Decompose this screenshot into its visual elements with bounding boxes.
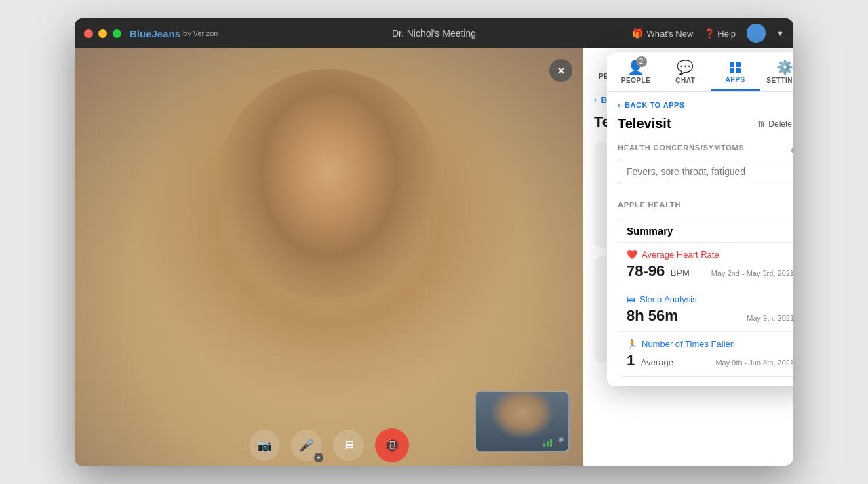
- floating-back-label: BACK TO APPS: [625, 101, 685, 109]
- heart-rate-title: ❤️ Average Heart Rate: [627, 249, 793, 260]
- video-close-button[interactable]: ✕: [549, 59, 572, 82]
- heart-icon: ❤️: [627, 249, 637, 260]
- heart-rate-metric: 78-96 BPM May 2nd - May 3rd, 2021: [627, 262, 793, 280]
- sleep-icon: 🛏: [627, 294, 635, 304]
- heart-rate-value: 78-96: [627, 262, 665, 279]
- health-concerns-input[interactable]: [618, 159, 793, 184]
- whats-new-button[interactable]: 🎁 What's New: [632, 28, 693, 39]
- floating-nav: 👤 2 PEOPLE 💬 CHAT APPS ⚙️ SETTINGS: [607, 52, 793, 92]
- floating-tab-settings[interactable]: ⚙️ SETTINGS: [760, 52, 793, 91]
- back-chevron-icon: ‹: [594, 96, 597, 105]
- signal-bar-3: [550, 439, 552, 447]
- floating-tab-apps[interactable]: APPS: [711, 52, 760, 91]
- mic-toggle-button[interactable]: 🎤 ▾: [291, 430, 322, 461]
- floating-title: Televisit: [618, 116, 671, 132]
- window-title: Dr. Nichol's Meeting: [392, 28, 476, 39]
- svg-rect-7: [736, 68, 741, 73]
- floating-people-label: PEOPLE: [621, 77, 651, 84]
- signal-bars: [543, 439, 552, 447]
- svg-rect-6: [730, 68, 734, 73]
- main-window: BlueJeans by Verizon Dr. Nichol's Meetin…: [75, 18, 793, 466]
- apple-health-header: APPLE HEALTH ⬆: [618, 198, 793, 211]
- screen-icon: 🖥: [342, 439, 355, 453]
- user-avatar-button[interactable]: [747, 24, 766, 43]
- fallen-row: 🏃 Number of Times Fallen 1 Average May 9…: [618, 332, 793, 376]
- mic-icon: 🎤: [299, 438, 314, 453]
- sleep-date: May 9th, 2021: [747, 314, 793, 322]
- self-view: 🎤: [475, 391, 570, 452]
- heart-rate-date: May 2nd - May 3rd, 2021: [711, 269, 793, 277]
- brand: BlueJeans by Verizon: [130, 28, 218, 39]
- fallen-date: May 9th - Jun 8th, 2021: [715, 359, 793, 367]
- heart-rate-unit: BPM: [671, 268, 690, 278]
- gift-icon: 🎁: [632, 28, 643, 39]
- fallen-value-wrap: 1 Average: [627, 352, 673, 369]
- sleep-label: Sleep Analysis: [639, 294, 697, 304]
- heart-rate-value-wrap: 78-96 BPM: [627, 262, 690, 280]
- fallen-title: 🏃 Number of Times Fallen: [627, 339, 793, 349]
- sleep-row: 🛏 Sleep Analysis 8h 56m May 9th, 2021: [618, 287, 793, 332]
- floating-apps-icon: [728, 59, 742, 75]
- fallen-unit: Average: [641, 357, 673, 367]
- fallen-value: 1: [627, 352, 635, 369]
- sleep-value: 8h 56m: [627, 307, 678, 325]
- fallen-metric: 1 Average May 9th - Jun 8th, 2021: [627, 352, 793, 369]
- heart-rate-row: ❤️ Average Heart Rate 78-96 BPM May 2nd …: [618, 243, 793, 287]
- minimize-traffic-light[interactable]: [98, 29, 107, 38]
- chevron-down-icon: ▼: [776, 29, 784, 37]
- sleep-title: 🛏 Sleep Analysis: [627, 294, 793, 304]
- video-area: 📷 🎤 ▾ 🖥 📵 ✕: [75, 48, 583, 466]
- title-bar-right: 🎁 What's New ❓ Help ▼: [632, 24, 784, 43]
- phone-icon: 📵: [384, 438, 399, 453]
- traffic-lights: [84, 29, 121, 38]
- whats-new-label: What's New: [646, 28, 693, 39]
- apple-health-section: APPLE HEALTH ⬆ Summary ❤️ Average Heart …: [618, 198, 793, 377]
- health-concerns-header: HEALTH CONCERNS/SYMTOMS 🔗: [618, 142, 793, 153]
- content-area: 📷 🎤 ▾ 🖥 📵 ✕: [75, 48, 793, 466]
- video-toggle-button[interactable]: 📷: [249, 430, 280, 461]
- link-icon[interactable]: 🔗: [791, 142, 793, 153]
- floating-tab-chat[interactable]: 💬 CHAT: [660, 52, 710, 91]
- heart-rate-label: Average Heart Rate: [642, 249, 719, 260]
- floating-people-badge: 2: [636, 56, 647, 67]
- floating-content: ‹ BACK TO APPS Televisit 🗑 Delete All HE…: [607, 92, 793, 386]
- fullscreen-traffic-light[interactable]: [113, 29, 121, 38]
- apple-health-title: APPLE HEALTH: [618, 201, 681, 209]
- summary-title: Summary: [618, 218, 793, 243]
- fallen-icon: 🏃: [627, 339, 637, 349]
- floating-settings-icon: ⚙️: [776, 59, 793, 75]
- fallen-label: Number of Times Fallen: [642, 339, 735, 349]
- mic-caret-icon: ▾: [314, 453, 323, 462]
- floating-settings-label: SETTINGS: [766, 77, 793, 84]
- svg-rect-4: [730, 62, 734, 67]
- video-icon: 📷: [257, 438, 272, 453]
- floating-back-button[interactable]: ‹ BACK TO APPS: [618, 101, 685, 109]
- title-bar: BlueJeans by Verizon Dr. Nichol's Meetin…: [75, 18, 793, 48]
- floating-tab-people[interactable]: 👤 2 PEOPLE: [611, 52, 660, 91]
- floating-apps-label: APPS: [726, 76, 745, 83]
- health-concerns-title: HEALTH CONCERNS/SYMTOMS: [618, 144, 745, 152]
- floating-chat-label: CHAT: [675, 77, 695, 84]
- delete-all-button[interactable]: 🗑 Delete All: [757, 119, 793, 129]
- floating-back-chevron-icon: ‹: [618, 101, 620, 109]
- signal-bar-1: [543, 443, 545, 447]
- signal-bar-2: [547, 441, 549, 447]
- help-label: Help: [717, 28, 736, 39]
- close-traffic-light[interactable]: [84, 29, 93, 38]
- help-button[interactable]: ❓ Help: [704, 28, 736, 39]
- floating-panel: ✕ 👤 2 PEOPLE 💬 CHAT APPS: [607, 52, 793, 386]
- delete-all-label: Delete All: [768, 119, 793, 129]
- sleep-metric: 8h 56m May 9th, 2021: [627, 307, 793, 325]
- floating-header: Televisit 🗑 Delete All: [618, 116, 793, 132]
- screen-share-button[interactable]: 🖥: [333, 430, 364, 461]
- summary-card: Summary ❤️ Average Heart Rate 78-96 BPM: [618, 218, 793, 377]
- end-call-button[interactable]: 📵: [375, 428, 409, 462]
- svg-rect-5: [736, 62, 741, 67]
- floating-chat-icon: 💬: [677, 59, 694, 75]
- brand-sub: by Verizon: [183, 29, 218, 37]
- self-view-mic-icon: 🎤: [554, 437, 564, 447]
- help-circle-icon: ❓: [704, 28, 715, 39]
- brand-name: BlueJeans: [130, 28, 180, 39]
- trash-icon: 🗑: [757, 119, 766, 129]
